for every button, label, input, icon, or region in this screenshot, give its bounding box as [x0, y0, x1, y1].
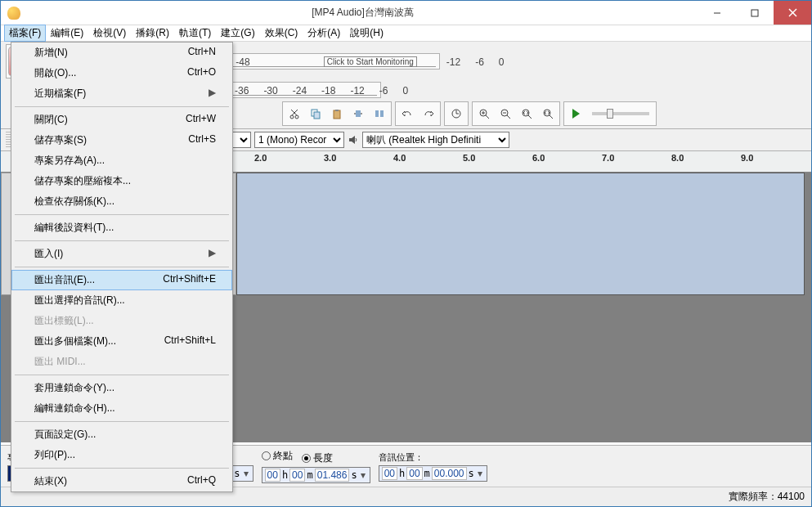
svg-rect-21 — [375, 110, 379, 117]
menu-view[interactable]: 檢視(V) — [88, 25, 131, 42]
menubar: 檔案(F) 編輯(E) 檢視(V) 播錄(R) 軌道(T) 建立(G) 效果(C… — [1, 25, 811, 42]
menu-item[interactable]: 列印(P)... — [11, 445, 232, 465]
zoom-toolbar — [472, 101, 560, 126]
playback-device-select[interactable]: 喇叭 (Realtek High Definiti — [362, 132, 509, 148]
cut-button[interactable] — [285, 104, 304, 123]
menu-item[interactable]: 套用連鎖命令(Y)... — [11, 378, 232, 398]
minimize-button[interactable] — [698, 1, 736, 25]
menu-item: 匯出標籤(L)... — [11, 311, 232, 331]
menu-item[interactable]: 頁面設定(G)... — [11, 424, 232, 445]
undo-toolbar — [395, 101, 441, 126]
svg-line-36 — [550, 115, 553, 119]
speaker-icon — [348, 134, 359, 146]
svg-point-11 — [295, 115, 298, 119]
sync-toolbar — [444, 101, 469, 126]
close-button[interactable] — [774, 1, 811, 25]
menu-item[interactable]: 儲存專案(S)Ctrl+S — [11, 130, 232, 150]
menu-item[interactable]: 編輯後設資料(T)... — [11, 218, 232, 238]
menu-item[interactable]: 匯出選擇的音訊(R)... — [11, 290, 232, 311]
copy-button[interactable] — [306, 104, 325, 123]
play-at-speed-button[interactable] — [566, 104, 585, 123]
svg-rect-22 — [380, 110, 384, 117]
selection-end-time[interactable]: 00h 00m 01.486s▾ — [262, 467, 370, 483]
actual-rate-label: 實際頻率：44100 — [729, 490, 805, 504]
end-radio[interactable]: 終點 — [262, 449, 293, 463]
waveform-display[interactable] — [236, 173, 805, 295]
fit-project-button[interactable] — [538, 104, 558, 123]
svg-rect-15 — [314, 112, 320, 119]
svg-rect-1 — [751, 10, 758, 16]
menu-generate[interactable]: 建立(G) — [216, 25, 259, 42]
svg-rect-16 — [334, 110, 340, 119]
svg-line-34 — [528, 115, 532, 119]
menu-item[interactable]: 開啟(O)...Ctrl+O — [11, 63, 232, 83]
svg-rect-18 — [356, 110, 361, 117]
audio-position-label: 音訊位置： — [379, 451, 487, 464]
click-to-monitor[interactable]: Click to Start Monitoring — [324, 56, 417, 67]
window-buttons — [698, 1, 811, 25]
fit-selection-button[interactable] — [517, 104, 536, 123]
silence-button[interactable] — [370, 104, 389, 123]
svg-point-10 — [290, 115, 294, 119]
speed-slider[interactable] — [592, 112, 649, 115]
maximize-button[interactable] — [736, 1, 774, 25]
menu-transport[interactable]: 播錄(R) — [131, 25, 174, 42]
svg-line-31 — [507, 115, 510, 119]
menu-item[interactable]: 關閉(C)Ctrl+W — [11, 110, 232, 130]
trim-button[interactable] — [348, 104, 368, 123]
menu-item[interactable]: 編輯連鎖命令(H)... — [11, 398, 232, 419]
length-radio[interactable]: 長度 — [302, 451, 333, 465]
sync-lock-button[interactable] — [446, 104, 466, 123]
undo-button[interactable] — [397, 104, 417, 123]
audio-position-time[interactable]: 00h 00m 00.000s▾ — [379, 465, 487, 482]
menu-item[interactable]: 專案另存為(A)... — [11, 150, 232, 171]
menu-item[interactable]: 儲存專案的壓縮複本... — [11, 171, 232, 191]
window-title: [MP4 Audio]台灣南波萬 — [27, 6, 698, 20]
menu-item[interactable]: 匯出音訊(E)...Ctrl+Shift+E — [11, 270, 232, 290]
menu-item[interactable]: 新增(N)Ctrl+N — [11, 43, 232, 63]
file-menu-dropdown: 新增(N)Ctrl+N開啟(O)...Ctrl+O近期檔案(F)▶關閉(C)Ct… — [11, 42, 233, 492]
menu-file[interactable]: 檔案(F) — [4, 25, 46, 42]
menu-item[interactable]: 匯出多個檔案(M)...Ctrl+Shift+L — [11, 331, 232, 352]
menu-item[interactable]: 檢查依存關係(K)... — [11, 191, 232, 212]
svg-line-13 — [291, 110, 297, 115]
menu-analyze[interactable]: 分析(A) — [303, 25, 345, 42]
menu-item[interactable]: 匯入(I)▶ — [11, 244, 232, 264]
playat-toolbar — [563, 101, 657, 126]
redo-button[interactable] — [419, 104, 438, 123]
svg-rect-17 — [335, 110, 339, 111]
zoom-in-button[interactable] — [474, 104, 494, 123]
menu-help[interactable]: 說明(H) — [345, 25, 388, 42]
menu-item[interactable]: 結束(X)Ctrl+Q — [11, 471, 232, 491]
paste-button[interactable] — [327, 104, 347, 123]
titlebar: [MP4 Audio]台灣南波萬 — [1, 1, 811, 25]
rec-channels-select[interactable]: 1 (Mono) Recor — [254, 132, 344, 148]
zoom-out-button[interactable] — [496, 104, 515, 123]
edit-toolbar — [282, 101, 392, 126]
svg-line-12 — [292, 110, 298, 115]
menu-tracks[interactable]: 軌道(T) — [174, 25, 216, 42]
menu-effect[interactable]: 效果(C) — [260, 25, 303, 42]
app-icon — [7, 7, 20, 20]
menu-item: 匯出 MIDI... — [11, 352, 232, 372]
menu-item[interactable]: 近期檔案(F)▶ — [11, 83, 232, 104]
rec-meter-scale: -54-48 Click to Start Monitoring -12-60 — [207, 56, 436, 67]
svg-line-27 — [486, 115, 489, 119]
menu-edit[interactable]: 編輯(E) — [46, 25, 88, 42]
